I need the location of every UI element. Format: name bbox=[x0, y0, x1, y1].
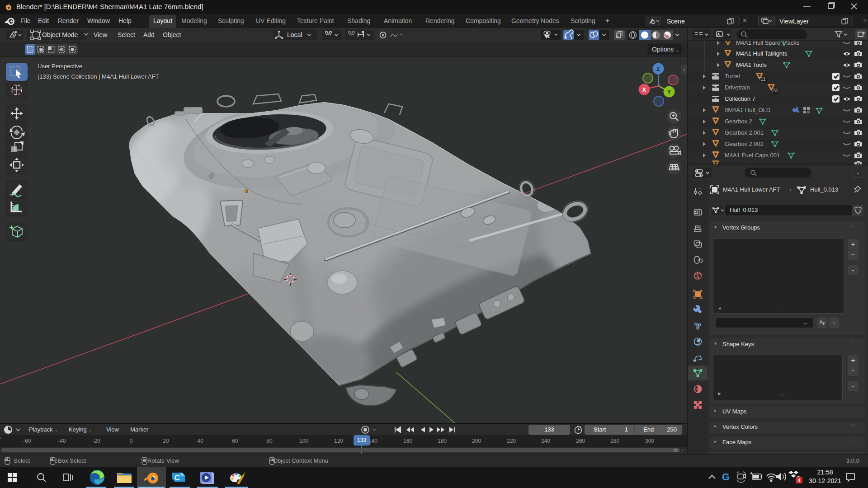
svg-text:X: X bbox=[642, 87, 646, 93]
svg-text:G: G bbox=[722, 471, 730, 483]
svg-text:Z: Z bbox=[656, 66, 660, 72]
svg-text:11: 11 bbox=[760, 76, 765, 82]
svg-text:4: 4 bbox=[797, 478, 801, 483]
svg-text:Y: Y bbox=[667, 89, 671, 95]
svg-text:23: 23 bbox=[772, 88, 778, 93]
svg-text:C: C bbox=[175, 474, 180, 482]
